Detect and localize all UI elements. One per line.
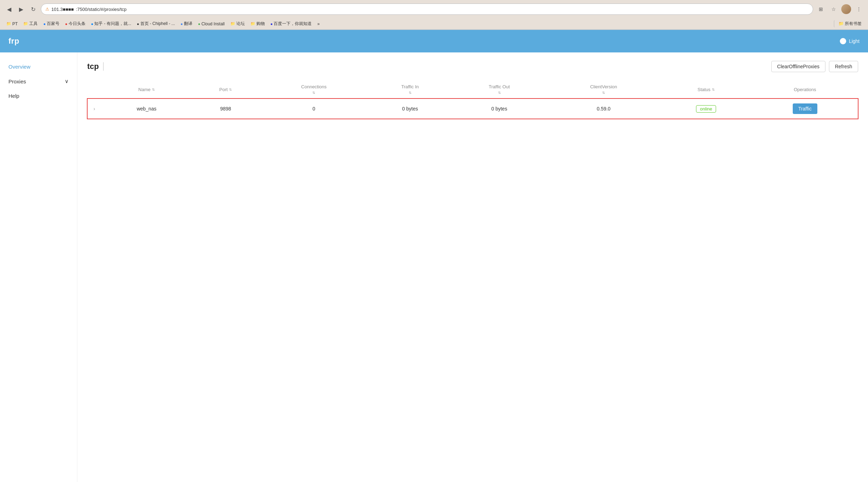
sidebar: Overview Proxies ∨ Help xyxy=(0,52,77,482)
th-operations-label: Operations xyxy=(794,87,816,92)
th-traffic-out-label: Traffic Out xyxy=(489,84,510,89)
proxies-chevron-icon: ∨ xyxy=(65,78,69,84)
row-traffic-out: 0 bytes xyxy=(452,99,547,119)
sidebar-item-overview[interactable]: Overview xyxy=(0,59,77,74)
traffic-out-sort-icon: ⇅ xyxy=(498,91,501,95)
th-port[interactable]: Port ⇅ xyxy=(192,81,259,99)
traffic-in-sort-icon: ⇅ xyxy=(409,91,411,95)
bookmark-forum[interactable]: 📁论坛 xyxy=(228,20,247,27)
browser-icons: ⊞ ☆ ⋮ xyxy=(816,4,864,14)
table-row: › web_nas 9898 0 0 bytes 0 bytes 0.59.0 … xyxy=(87,99,858,119)
th-connections[interactable]: Connections ⇅ xyxy=(260,81,369,99)
th-traffic-out[interactable]: Traffic Out ⇅ xyxy=(452,81,547,99)
row-status: online xyxy=(660,99,752,119)
th-connections-label: Connections xyxy=(301,84,326,89)
profile-button[interactable] xyxy=(841,4,851,14)
app-header: frp Light xyxy=(0,30,868,52)
sidebar-item-proxies[interactable]: Proxies ∨ xyxy=(0,74,77,89)
th-status[interactable]: Status ⇅ xyxy=(660,81,752,99)
traffic-button[interactable]: Traffic xyxy=(793,103,817,114)
row-client-version: 0.59.0 xyxy=(547,99,660,119)
more-button[interactable]: ⋮ xyxy=(854,4,864,14)
row-name: web_nas xyxy=(101,99,192,119)
th-client-version-label: ClientVersion xyxy=(590,84,617,89)
row-port: 9898 xyxy=(192,99,259,119)
bookmark-chiphell[interactable]: ●首页 - Chiphell - ... xyxy=(135,20,177,27)
th-name-label: Name xyxy=(138,87,151,92)
back-button[interactable]: ◀ xyxy=(4,4,14,14)
security-warning-icon: ⚠ xyxy=(45,7,49,12)
theme-label: Light xyxy=(849,38,860,44)
bookmark-shop[interactable]: 📁购物 xyxy=(248,20,267,27)
main-content: tcp ClearOfflineProxies Refresh Name ⇅ xyxy=(77,52,868,482)
title-divider xyxy=(103,62,104,71)
proxy-table: Name ⇅ Port ⇅ Connections ⇅ xyxy=(87,81,858,119)
page-header: tcp ClearOfflineProxies Refresh xyxy=(87,61,858,72)
sidebar-help-label: Help xyxy=(8,93,19,99)
connections-sort-icon: ⇅ xyxy=(312,91,315,95)
name-sort-icon: ⇅ xyxy=(152,88,155,91)
nav-buttons: ◀ ▶ ↻ xyxy=(4,4,38,14)
bookmark-all[interactable]: 📁 所有书签 xyxy=(834,20,864,27)
address-path: :7500/static/#/proxies/tcp xyxy=(76,7,127,12)
forward-button[interactable]: ▶ xyxy=(16,4,26,14)
row-expand-cell: › xyxy=(87,99,101,119)
app-body: Overview Proxies ∨ Help tcp ClearOffline… xyxy=(0,52,868,482)
translate-button[interactable]: ⊞ xyxy=(816,4,826,14)
th-operations: Operations xyxy=(752,81,858,99)
status-sort-icon: ⇅ xyxy=(712,88,715,91)
bookmark-baidu[interactable]: ●百度一下，你就知道 xyxy=(268,20,314,27)
th-status-label: Status xyxy=(697,87,710,92)
th-expand xyxy=(87,81,101,99)
address-bar[interactable]: ⚠ 101.3■■■■ :7500/static/#/proxies/tcp xyxy=(41,4,813,15)
sidebar-proxies-label: Proxies xyxy=(8,78,26,84)
bookmark-toutiao[interactable]: ●今日头条 xyxy=(63,20,88,27)
th-traffic-in[interactable]: Traffic In ⇅ xyxy=(368,81,452,99)
status-badge: online xyxy=(696,105,716,113)
port-sort-icon: ⇅ xyxy=(229,88,232,91)
bookmarks-more[interactable]: » xyxy=(315,21,322,27)
theme-toggle-circle xyxy=(840,38,846,44)
bookmark-tools[interactable]: 📁工具 xyxy=(21,20,40,27)
th-client-version[interactable]: ClientVersion ⇅ xyxy=(547,81,660,99)
bookmark-cloud-install[interactable]: ●Cloud Install xyxy=(196,21,227,27)
sidebar-item-help[interactable]: Help xyxy=(0,89,77,103)
row-connections: 0 xyxy=(260,99,369,119)
page-title: tcp xyxy=(87,62,99,71)
bookmarks-bar: 📁PT 📁工具 ●百家号 ●今日头条 ●知乎 - 有问题，就... ●首页 - … xyxy=(0,18,868,30)
address-ip: 101.3■■■■ xyxy=(51,7,74,12)
row-traffic-in: 0 bytes xyxy=(368,99,452,119)
theme-toggle[interactable]: Light xyxy=(840,38,860,44)
bookmark-translate[interactable]: ●翻译 xyxy=(178,20,194,27)
client-version-sort-icon: ⇅ xyxy=(602,91,605,95)
clear-offline-proxies-button[interactable]: ClearOfflineProxies xyxy=(771,61,825,72)
th-port-label: Port xyxy=(219,87,228,92)
refresh-button[interactable]: Refresh xyxy=(829,61,858,72)
page-title-area: tcp xyxy=(87,62,104,71)
browser-toolbar: ◀ ▶ ↻ ⚠ 101.3■■■■ :7500/static/#/proxies… xyxy=(0,0,868,18)
th-traffic-in-label: Traffic In xyxy=(401,84,419,89)
reload-button[interactable]: ↻ xyxy=(28,4,38,14)
browser-chrome: ◀ ▶ ↻ ⚠ 101.3■■■■ :7500/static/#/proxies… xyxy=(0,0,868,30)
app-logo: frp xyxy=(8,37,19,46)
bookmark-pt[interactable]: 📁PT xyxy=(4,21,20,27)
page-actions: ClearOfflineProxies Refresh xyxy=(771,61,858,72)
row-operations: Traffic xyxy=(752,99,858,119)
avatar xyxy=(841,4,851,14)
table-header-row: Name ⇅ Port ⇅ Connections ⇅ xyxy=(87,81,858,99)
sidebar-overview-label: Overview xyxy=(8,64,31,70)
expand-button[interactable]: › xyxy=(92,104,97,113)
bookmark-zhihu[interactable]: ●知乎 - 有问题，就... xyxy=(89,20,133,27)
bookmark-baijia[interactable]: ●百家号 xyxy=(41,20,62,27)
th-name[interactable]: Name ⇅ xyxy=(101,81,192,99)
bookmark-star-button[interactable]: ☆ xyxy=(829,4,838,14)
